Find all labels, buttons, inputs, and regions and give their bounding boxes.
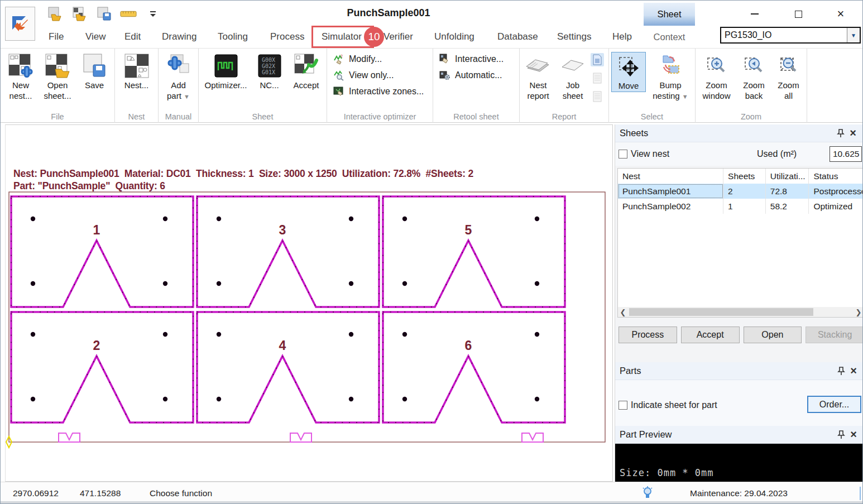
scrollbar-thumb[interactable]: [629, 308, 813, 316]
nest-part[interactable]: 4: [197, 312, 379, 423]
accept-button[interactable]: Accept: [681, 327, 740, 343]
open-sheet-button[interactable]: Opensheet...: [40, 52, 75, 102]
nest-part[interactable]: 1: [11, 196, 193, 307]
horizontal-scrollbar[interactable]: ❮ ❯: [618, 307, 863, 317]
modify-button[interactable]: 2 Modify...: [333, 53, 427, 65]
open-button[interactable]: Open: [744, 327, 802, 343]
menu-view[interactable]: View: [85, 26, 106, 48]
menu-edit[interactable]: Edit: [124, 26, 141, 48]
report-list-button[interactable]: [591, 71, 604, 85]
menu-tooling[interactable]: Tooling: [218, 26, 248, 48]
status-hint: Choose function: [150, 488, 212, 498]
scroll-right-icon[interactable]: ❯: [854, 308, 863, 316]
menu-help[interactable]: Help: [612, 26, 632, 48]
modify-icon: 2: [333, 53, 345, 65]
machine-combobox[interactable]: PG1530_IO ▼: [720, 27, 861, 44]
menu-drawing[interactable]: Drawing: [162, 26, 196, 48]
optimizer-icon: [213, 53, 239, 79]
nc-button[interactable]: G00XG02XG01X NC...: [253, 52, 286, 91]
close-panel-icon[interactable]: ×: [847, 365, 860, 377]
menu-verifier[interactable]: Verifier: [383, 26, 413, 48]
close-button[interactable]: ×: [832, 7, 849, 21]
order-button[interactable]: Order...: [807, 396, 861, 413]
view-only-button[interactable]: View only...: [333, 69, 427, 81]
pin-icon[interactable]: [835, 365, 847, 377]
nest-icon: [124, 53, 150, 79]
ribbon-group-select: Move Bumpnesting ▼ Select: [609, 49, 696, 123]
menu-process[interactable]: Process: [270, 26, 304, 48]
svg-text:G01X: G01X: [262, 69, 275, 75]
save-button[interactable]: Save: [77, 52, 112, 91]
report-list2-button[interactable]: [591, 90, 604, 103]
punch-hole: [535, 281, 539, 286]
menu-settings[interactable]: Settings: [557, 26, 591, 48]
tab-context[interactable]: Context: [644, 26, 695, 48]
menu-file[interactable]: File: [49, 26, 64, 48]
report-mini-buttons: [591, 53, 604, 103]
pin-icon[interactable]: [835, 127, 847, 140]
indicate-sheet-checkbox[interactable]: [619, 401, 627, 410]
nc-icon: G00XG02XG01X: [257, 53, 282, 79]
menu-database[interactable]: Database: [497, 26, 538, 48]
minimize-button[interactable]: [746, 7, 763, 21]
nest-part[interactable]: 6: [383, 312, 565, 423]
punch-hole: [402, 217, 407, 221]
punch-hole: [217, 281, 221, 286]
view-only-icon: [333, 69, 345, 81]
nest-canvas[interactable]: Nest: PunchSample001 Material: DC01 Thic…: [5, 124, 613, 482]
move-button[interactable]: Move: [611, 52, 646, 92]
nest-button[interactable]: Nest...: [119, 52, 154, 91]
punch-hole: [217, 397, 221, 401]
scroll-left-icon[interactable]: ❮: [618, 308, 628, 316]
punch-hole: [402, 281, 407, 286]
punch-hole: [31, 217, 35, 221]
window-bottom-edge: [1, 501, 863, 504]
ribbon-group-interactive-optimizer: 2 Modify... View only... Interactive zon…: [327, 49, 433, 123]
chevron-down-icon[interactable]: ▼: [847, 28, 860, 42]
zoom-back-button[interactable]: Zoomback: [737, 52, 771, 102]
punch-hole: [163, 217, 167, 221]
view-nest-checkbox[interactable]: [619, 150, 627, 159]
move-icon: [616, 54, 641, 79]
tab-sheet[interactable]: Sheet: [644, 3, 695, 26]
interactive-zones-button[interactable]: Interactive zones...: [333, 85, 427, 98]
retool-interactive-button[interactable]: Interactive...: [439, 53, 514, 65]
machine-combobox-value: PG1530_IO: [721, 30, 847, 40]
accept-button[interactable]: Accept: [288, 52, 325, 91]
process-button[interactable]: Process: [619, 327, 677, 343]
optimizer-button[interactable]: Optimizer...: [201, 52, 251, 91]
part-preview-viewport[interactable]: Size: 0mm * 0mm: [615, 444, 863, 482]
zoom-all-button[interactable]: Zoomall: [773, 52, 804, 102]
retool-automatic-button[interactable]: Automatic...: [439, 69, 514, 81]
punch-hole: [31, 332, 35, 337]
report-doc-button[interactable]: [591, 53, 604, 66]
table-row[interactable]: PunchSample001 2 72.8 Postprocessed: [618, 184, 863, 199]
punch-hole: [31, 397, 35, 401]
nest-part[interactable]: 2: [11, 312, 193, 423]
close-panel-icon[interactable]: ×: [847, 127, 859, 140]
part-number: 2: [93, 338, 100, 353]
ribbon-group-manual: Addpart ▼ Manual: [159, 49, 199, 123]
add-part-button[interactable]: Addpart ▼: [161, 52, 196, 102]
pin-icon[interactable]: [835, 429, 847, 441]
table-row[interactable]: PunchSample002 1 58.2 Optimized: [618, 199, 863, 214]
menu-unfolding[interactable]: Unfolding: [434, 26, 474, 48]
nest-part[interactable]: 3: [197, 196, 379, 307]
app-logo[interactable]: [5, 7, 35, 41]
new-nest-button[interactable]: Newnest...: [3, 52, 38, 102]
zoom-window-button[interactable]: Zoomwindow: [698, 52, 735, 102]
close-panel-icon[interactable]: ×: [847, 429, 860, 441]
punch-hole: [535, 217, 539, 221]
nest-part[interactable]: 5: [383, 196, 565, 307]
nest-report-button[interactable]: Nestreport: [522, 52, 554, 102]
indicate-sheet-label: Indicate sheet for part: [631, 400, 717, 410]
job-sheet-button[interactable]: Jobsheet: [557, 52, 589, 102]
bump-nesting-button[interactable]: Bumpnesting ▼: [648, 52, 693, 102]
used-value-field[interactable]: 10.625: [830, 146, 862, 162]
chevron-down-icon: ▼: [184, 93, 190, 100]
svg-text:G00X: G00X: [262, 57, 275, 63]
punch-hole: [163, 397, 167, 401]
save-icon: [81, 53, 107, 79]
punch-hole: [535, 397, 539, 401]
maximize-button[interactable]: [790, 7, 807, 21]
